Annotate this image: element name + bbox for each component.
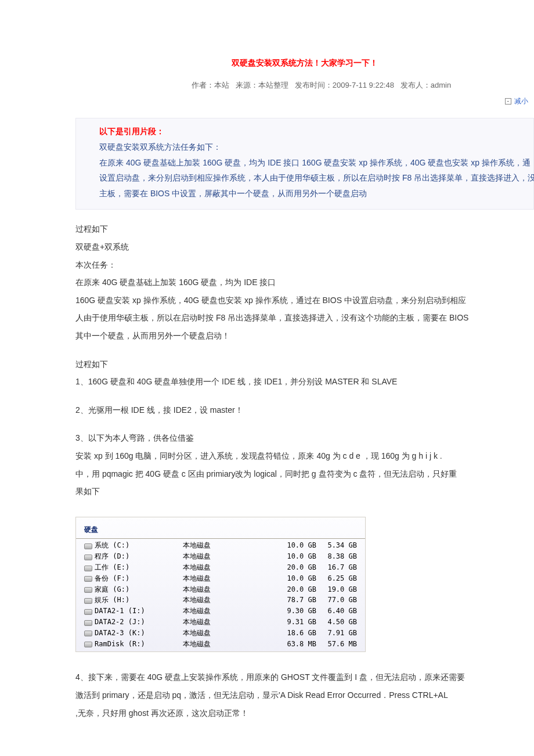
body-line: 激活到 primary，还是启动 pq，激活，但无法启动，显示'A Disk R… <box>75 687 534 703</box>
disk-row: 程序 (D:)本地磁盘10.0 GB8.38 GB <box>76 551 365 562</box>
disk-row: DATA2-3 (K:)本地磁盘18.6 GB7.91 GB <box>76 628 365 639</box>
disk-icon <box>84 576 92 582</box>
disk-icon <box>84 642 92 647</box>
pubtime: 2009-7-11 9:22:48 <box>333 81 394 89</box>
author-label: 作者： <box>192 81 214 89</box>
body-line: 安装 xp 到 160g 电脑，同时分区，进入系统，发现盘符错位，原来 40g … <box>75 448 534 464</box>
body-line: 人由于使用华硕主板，所以在启动时按 F8 吊出选择菜单，直接选择进入，没有这个功… <box>75 310 534 326</box>
quote-line: 在原来 40G 硬盘基础上加装 160G 硬盘，均为 IDE 接口 160G 硬… <box>99 155 516 171</box>
disk-icon <box>84 543 92 549</box>
body-line: 在原来 40G 硬盘基础上加装 160G 硬盘，均为 IDE 接口 <box>75 275 534 290</box>
quote-line: 双硬盘安装双系统方法任务如下： <box>99 139 516 155</box>
body-line: 3、以下为本人弯路，供各位借鉴 <box>75 430 534 446</box>
body-line: 4、接下来，需要在 40G 硬盘上安装操作系统，用原来的 GHOST 文件覆盖到… <box>75 669 534 685</box>
disk-row: DATA2-1 (I:)本地磁盘9.30 GB6.40 GB <box>76 606 365 617</box>
disk-table-header: 硬盘 <box>76 521 365 539</box>
publisher: admin <box>431 81 451 89</box>
reduce-font-link[interactable]: 减小 <box>514 97 528 105</box>
disk-row: 备份 (F:)本地磁盘10.0 GB6.25 GB <box>76 573 365 584</box>
disk-table-image: 硬盘 系统 (C:)本地磁盘10.0 GB5.34 GB程序 (D:)本地磁盘1… <box>75 517 534 653</box>
disk-icon <box>84 631 92 636</box>
source-label: 来源： <box>236 81 258 89</box>
disk-icon <box>84 587 92 593</box>
pubtime-label: 发布时间： <box>295 81 333 89</box>
disk-icon <box>84 555 92 560</box>
source: 本站整理 <box>258 81 288 89</box>
quote-line: 主板，需要在 BIOS 中设置，屏蔽其中一个硬盘，从而用另外一个硬盘启动 <box>99 186 516 201</box>
quote-title: 以下是引用片段： <box>99 127 516 137</box>
author: 本站 <box>214 81 229 89</box>
article-title: 双硬盘安装双系统方法！大家学习一下！ <box>75 58 534 69</box>
disk-row: 系统 (C:)本地磁盘10.0 GB5.34 GB <box>76 540 365 551</box>
body-line: 160G 硬盘安装 xp 操作系统，40G 硬盘也安装 xp 操作系统，通过在 … <box>75 293 534 308</box>
body-line: 本次任务： <box>75 257 534 273</box>
body-line: 2、光驱用一根 IDE 线，接 IDE2，设 master！ <box>75 402 534 418</box>
disk-row: 家庭 (G:)本地磁盘20.0 GB19.0 GB <box>76 584 365 595</box>
publisher-label: 发布人： <box>400 81 431 89</box>
font-size-control: - 减小 <box>75 96 534 106</box>
article-meta: 作者：本站 来源：本站整理 发布时间：2009-7-11 9:22:48 发布人… <box>75 80 534 91</box>
disk-row: RamDisk (R:)本地磁盘63.8 MB57.6 MB <box>76 639 365 650</box>
body-line: 双硬盘+双系统 <box>75 239 534 255</box>
quote-line: 设置启动盘，来分别启动到相应操作系统，本人由于使用华硕主板，所以在启动时按 F8… <box>99 170 516 186</box>
body-line: 其中一个硬盘，从而用另外一个硬盘启动！ <box>75 328 534 344</box>
body-line: ,无奈，只好用 ghost 再次还原，这次启动正常！ <box>75 705 534 721</box>
disk-row: DATA2-2 (J:)本地磁盘9.31 GB4.50 GB <box>76 617 365 628</box>
disk-row: 娱乐 (H:)本地磁盘78.7 GB77.0 GB <box>76 595 365 606</box>
quote-block: 以下是引用片段： 双硬盘安装双系统方法任务如下： 在原来 40G 硬盘基础上加装… <box>75 118 534 210</box>
article-body: 过程如下 双硬盘+双系统 本次任务： 在原来 40G 硬盘基础上加装 160G … <box>75 221 534 721</box>
body-line: 中，用 pqmagic 把 40G 硬盘 c 区由 primiary改为 log… <box>75 466 534 482</box>
disk-icon <box>84 620 92 626</box>
disk-icon <box>84 566 92 571</box>
body-line: 果如下 <box>75 484 534 499</box>
disk-icon <box>84 598 92 604</box>
minus-icon[interactable]: - <box>505 98 511 105</box>
body-line: 过程如下 <box>75 357 534 372</box>
disk-row: 工作 (E:)本地磁盘20.0 GB16.7 GB <box>76 562 365 573</box>
disk-icon <box>84 609 92 615</box>
body-line: 过程如下 <box>75 221 534 237</box>
body-line: 1、160G 硬盘和 40G 硬盘单独使用一个 IDE 线，接 IDE1，并分别… <box>75 374 534 390</box>
